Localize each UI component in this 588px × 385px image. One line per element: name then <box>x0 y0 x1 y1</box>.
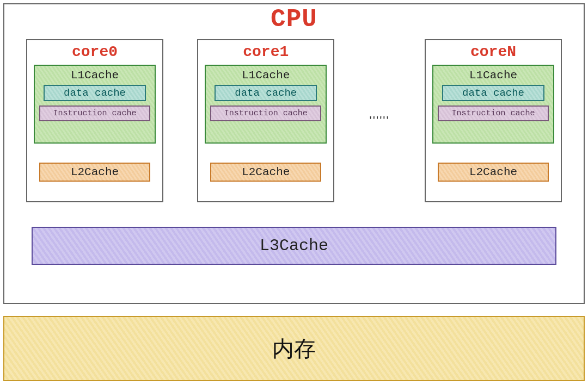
l3-cache-box: L3Cache <box>32 227 556 265</box>
instruction-cache-box: Instruction cache <box>438 105 549 121</box>
ellipsis-icon: '''''' <box>369 114 391 128</box>
instruction-cache-box: Instruction cache <box>39 105 150 121</box>
cores-row: core0 L1Cache data cache Instruction cac… <box>26 39 562 202</box>
core-box-1: core1 L1Cache data cache Instruction cac… <box>197 39 334 202</box>
memory-label: 内存 <box>272 334 316 364</box>
data-cache-box: data cache <box>442 85 544 101</box>
cpu-container: CPU core0 L1Cache data cache Instruction… <box>3 3 585 304</box>
l2-cache-box: L2Cache <box>438 163 549 182</box>
l1-cache-box: L1Cache data cache Instruction cache <box>34 65 156 144</box>
l2-cache-box: L2Cache <box>210 163 321 182</box>
data-cache-box: data cache <box>215 85 317 101</box>
core-box-n: coreN L1Cache data cache Instruction cac… <box>425 39 562 202</box>
core-label: core1 <box>205 44 327 60</box>
l2-cache-box: L2Cache <box>39 163 150 182</box>
core-label: coreN <box>432 44 554 60</box>
memory-box: 内存 <box>3 316 585 381</box>
l1-cache-box: L1Cache data cache Instruction cache <box>432 65 554 144</box>
core-box-0: core0 L1Cache data cache Instruction cac… <box>26 39 163 202</box>
data-cache-box: data cache <box>44 85 146 101</box>
l1-cache-box: L1Cache data cache Instruction cache <box>205 65 327 144</box>
l1-cache-label: L1Cache <box>39 69 150 82</box>
core-label: core0 <box>34 44 156 60</box>
l1-cache-label: L1Cache <box>210 69 321 82</box>
cpu-title: CPU <box>26 5 562 34</box>
instruction-cache-box: Instruction cache <box>210 105 321 121</box>
l1-cache-label: L1Cache <box>438 69 549 82</box>
